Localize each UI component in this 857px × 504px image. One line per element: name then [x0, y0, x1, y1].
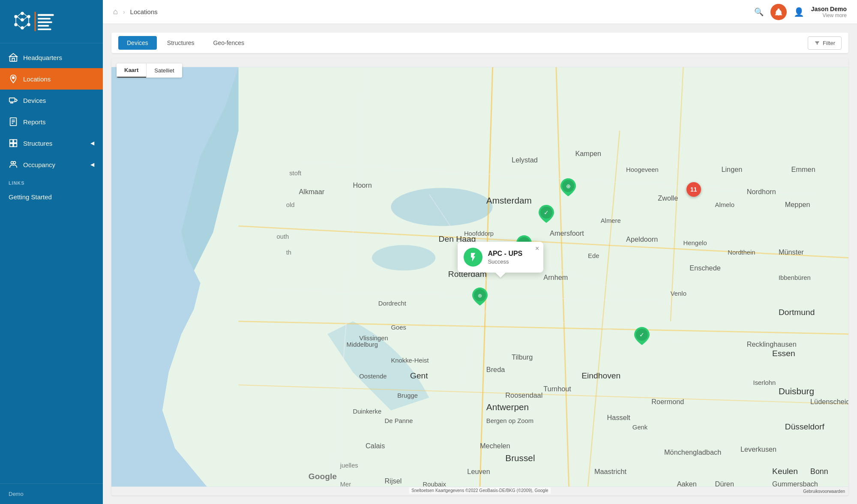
- tab-structures[interactable]: Structures: [159, 36, 203, 50]
- search-icon[interactable]: 🔍: [754, 7, 764, 17]
- svg-rect-33: [14, 140, 17, 143]
- svg-text:Enschede: Enschede: [689, 264, 720, 272]
- popup-close-button[interactable]: ×: [535, 245, 539, 252]
- sidebar-item-reports[interactable]: Reports: [0, 111, 103, 132]
- svg-text:Apeldoorn: Apeldoorn: [626, 235, 658, 243]
- svg-text:Nordthein: Nordthein: [728, 249, 755, 256]
- svg-text:Alkmaar: Alkmaar: [299, 188, 324, 195]
- svg-text:Mönchengladbach: Mönchengladbach: [664, 448, 721, 456]
- svg-text:Duisburg: Duisburg: [779, 386, 814, 396]
- sidebar-navigation: Headquarters Locations Devices: [0, 43, 103, 483]
- breadcrumb: Locations: [130, 8, 158, 15]
- tab-devices[interactable]: Devices: [118, 36, 157, 50]
- svg-text:th: th: [286, 249, 291, 256]
- svg-point-4: [15, 24, 17, 26]
- svg-rect-17: [38, 18, 51, 20]
- svg-text:Lüdenscheid: Lüdenscheid: [810, 398, 848, 405]
- svg-text:Leuven: Leuven: [467, 468, 490, 475]
- svg-text:Recklinghausen: Recklinghausen: [747, 340, 797, 348]
- svg-text:stoft: stoft: [289, 170, 301, 177]
- svg-text:Lingen: Lingen: [721, 165, 742, 173]
- map-pin-hoofddorp[interactable]: ✓: [539, 205, 554, 225]
- view-more-link[interactable]: View more: [823, 12, 847, 18]
- svg-text:Oostende: Oostende: [359, 373, 387, 380]
- map-toggle-kaart[interactable]: Kaart: [117, 63, 146, 78]
- sidebar-item-structures-label: Structures: [23, 140, 52, 147]
- popup-info: APC - UPS Success: [488, 250, 522, 265]
- svg-text:Tilburg: Tilburg: [512, 353, 533, 361]
- svg-text:Mer: Mer: [340, 481, 351, 488]
- svg-text:outh: outh: [277, 233, 289, 240]
- svg-text:Meppen: Meppen: [785, 201, 810, 208]
- svg-text:Ibbenbüren: Ibbenbüren: [779, 274, 811, 281]
- sidebar: Headquarters Locations Devices: [0, 0, 103, 504]
- popup-title: APC - UPS: [488, 250, 522, 258]
- svg-text:Roubaix: Roubaix: [423, 481, 446, 488]
- sidebar-item-getting-started[interactable]: Getting Started: [0, 187, 103, 207]
- svg-text:Almelo: Almelo: [715, 201, 734, 208]
- filter-button[interactable]: Filter: [808, 36, 842, 50]
- sidebar-item-locations[interactable]: Locations: [0, 68, 103, 90]
- svg-text:Arnhem: Arnhem: [543, 273, 568, 281]
- username: Jason Demo: [811, 6, 847, 12]
- svg-text:Nordhorn: Nordhorn: [747, 188, 776, 195]
- map-pin-zeeland[interactable]: ⊕: [472, 288, 488, 307]
- svg-point-5: [21, 27, 24, 29]
- svg-text:✓: ✓: [544, 209, 549, 216]
- svg-rect-24: [9, 98, 15, 102]
- svg-point-3: [27, 15, 30, 18]
- user-icon[interactable]: 👤: [794, 7, 804, 17]
- popup-device-icon: [464, 248, 482, 267]
- svg-text:Hoofddorp: Hoofddorp: [464, 230, 494, 237]
- map-cluster-zwolle[interactable]: 11: [686, 182, 701, 197]
- svg-text:Bonn: Bonn: [810, 467, 828, 476]
- getting-started-label: Getting Started: [9, 193, 52, 201]
- svg-text:Lelystad: Lelystad: [512, 156, 538, 164]
- map-terms[interactable]: Gebruiksvoorwaarden: [803, 489, 845, 494]
- svg-text:Ede: Ede: [588, 252, 599, 259]
- svg-text:Hoorn: Hoorn: [353, 181, 372, 189]
- svg-rect-18: [38, 21, 52, 23]
- popup-status: Success: [488, 258, 522, 265]
- map-pin-eindhoven[interactable]: ✓: [634, 327, 650, 347]
- svg-text:Genk: Genk: [632, 424, 648, 431]
- svg-rect-19: [38, 25, 49, 27]
- breadcrumb-chevron: ›: [123, 9, 125, 15]
- tab-geo-fences[interactable]: Geo-fences: [205, 36, 253, 50]
- svg-text:Maastricht: Maastricht: [594, 468, 627, 475]
- svg-text:Duinkerke: Duinkerke: [353, 408, 381, 415]
- svg-text:Goes: Goes: [391, 324, 406, 331]
- map-popup: × APC - UPS Success: [458, 242, 543, 273]
- occupancy-expand-icon: ◀: [90, 162, 94, 168]
- user-info: Jason Demo View more: [811, 6, 847, 18]
- svg-rect-21: [10, 57, 17, 61]
- links-section-label: LINKS: [0, 175, 103, 187]
- svg-text:De Panne: De Panne: [385, 417, 413, 424]
- svg-rect-16: [38, 14, 54, 16]
- svg-point-6: [27, 24, 30, 26]
- svg-line-10: [24, 17, 27, 20]
- sidebar-item-headquarters[interactable]: Headquarters: [0, 47, 103, 68]
- home-icon[interactable]: ⌂: [113, 7, 118, 16]
- svg-text:Amersfoort: Amersfoort: [550, 229, 584, 237]
- svg-text:Antwerpen: Antwerpen: [486, 402, 529, 412]
- sidebar-item-structures[interactable]: Structures ◀: [0, 132, 103, 154]
- svg-text:Vlissingen: Vlissingen: [359, 335, 388, 342]
- svg-text:Keulen: Keulen: [772, 467, 798, 476]
- svg-point-23: [12, 77, 15, 79]
- map-pin-amsterdam[interactable]: ⊕: [560, 178, 576, 198]
- sidebar-item-devices[interactable]: Devices: [0, 90, 103, 111]
- svg-text:Turnhout: Turnhout: [543, 385, 571, 393]
- tab-bar: Devices Structures Geo-fences Filter: [111, 33, 848, 53]
- map-toggle-satelliet[interactable]: Satelliet: [147, 63, 182, 78]
- sidebar-item-occupancy-label: Occupancy: [23, 161, 55, 168]
- svg-text:Almere: Almere: [601, 217, 621, 224]
- svg-text:Knokke-Heist: Knokke-Heist: [391, 357, 428, 364]
- svg-text:Mechelen: Mechelen: [480, 442, 510, 450]
- notification-bell[interactable]: [770, 4, 787, 20]
- svg-rect-32: [10, 140, 13, 143]
- sidebar-item-occupancy[interactable]: Occupancy ◀: [0, 154, 103, 175]
- svg-text:Brugge: Brugge: [397, 392, 418, 399]
- svg-point-40: [372, 245, 435, 270]
- svg-text:Calais: Calais: [366, 442, 385, 450]
